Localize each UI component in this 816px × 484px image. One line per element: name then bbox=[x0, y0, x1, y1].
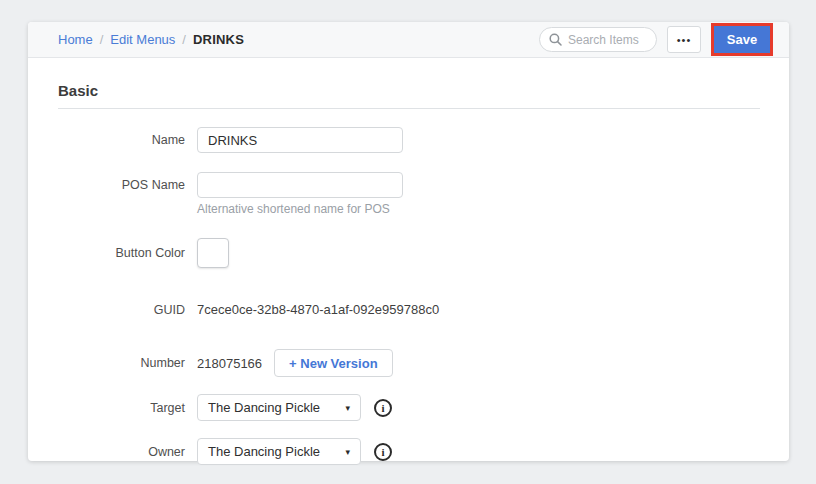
section-title: Basic bbox=[58, 82, 760, 99]
search-input[interactable] bbox=[568, 33, 647, 47]
header-bar: Home / Edit Menus / DRINKS bbox=[28, 22, 789, 58]
breadcrumb-home[interactable]: Home bbox=[58, 32, 93, 47]
number-label: Number bbox=[58, 356, 185, 370]
save-button[interactable]: Save bbox=[714, 26, 770, 53]
breadcrumb-separator: / bbox=[182, 32, 186, 47]
button-color-swatch[interactable] bbox=[197, 238, 229, 268]
owner-row: Owner The Dancing Pickle ▾ i bbox=[58, 438, 760, 465]
guid-value: 7cece0ce-32b8-4870-a1af-092e959788c0 bbox=[197, 302, 439, 317]
breadcrumb-edit-menus[interactable]: Edit Menus bbox=[110, 32, 175, 47]
breadcrumb-current-drinks: DRINKS bbox=[193, 32, 244, 47]
owner-label: Owner bbox=[58, 445, 185, 459]
target-row: Target The Dancing Pickle ▾ i bbox=[58, 394, 760, 421]
guid-label: GUID bbox=[58, 303, 185, 317]
owner-dropdown-value: The Dancing Pickle bbox=[208, 444, 320, 459]
owner-info-icon[interactable]: i bbox=[374, 443, 392, 461]
search-icon bbox=[549, 33, 562, 46]
pos-name-row: POS Name Alternative shortened name for … bbox=[58, 172, 760, 216]
pos-name-input[interactable] bbox=[197, 172, 403, 198]
new-version-button[interactable]: + New Version bbox=[274, 349, 393, 377]
button-color-row: Button Color bbox=[58, 238, 760, 268]
page-background: Home / Edit Menus / DRINKS bbox=[0, 0, 816, 484]
breadcrumb-separator: / bbox=[100, 32, 104, 47]
save-button-highlight: Save bbox=[711, 23, 773, 56]
chevron-down-icon: ▾ bbox=[345, 447, 350, 457]
header-controls: ••• Save bbox=[539, 23, 773, 56]
target-dropdown-value: The Dancing Pickle bbox=[208, 400, 320, 415]
edit-menu-card: Home / Edit Menus / DRINKS bbox=[28, 22, 789, 461]
section-divider bbox=[58, 108, 760, 109]
basic-form: Name POS Name Alternative shortened name… bbox=[58, 127, 760, 465]
more-options-button[interactable]: ••• bbox=[667, 26, 701, 53]
pos-name-helper-text: Alternative shortened name for POS bbox=[197, 202, 403, 216]
pos-name-label: POS Name bbox=[58, 172, 185, 192]
name-input[interactable] bbox=[197, 127, 403, 153]
breadcrumb: Home / Edit Menus / DRINKS bbox=[58, 32, 244, 47]
search-box[interactable] bbox=[539, 27, 657, 52]
name-label: Name bbox=[58, 133, 185, 147]
button-color-label: Button Color bbox=[58, 246, 185, 260]
form-content: Basic Name POS Name Alternative shortene… bbox=[28, 58, 789, 465]
number-row: Number 218075166 + New Version bbox=[58, 349, 760, 377]
ellipsis-icon: ••• bbox=[677, 34, 692, 46]
name-row: Name bbox=[58, 127, 760, 153]
target-dropdown[interactable]: The Dancing Pickle ▾ bbox=[197, 394, 361, 421]
target-info-icon[interactable]: i bbox=[374, 399, 392, 417]
owner-dropdown[interactable]: The Dancing Pickle ▾ bbox=[197, 438, 361, 465]
target-label: Target bbox=[58, 401, 185, 415]
number-value: 218075166 bbox=[197, 356, 262, 371]
pos-name-field-group: Alternative shortened name for POS bbox=[197, 172, 403, 216]
guid-row: GUID 7cece0ce-32b8-4870-a1af-092e959788c… bbox=[58, 302, 760, 317]
chevron-down-icon: ▾ bbox=[345, 403, 350, 413]
